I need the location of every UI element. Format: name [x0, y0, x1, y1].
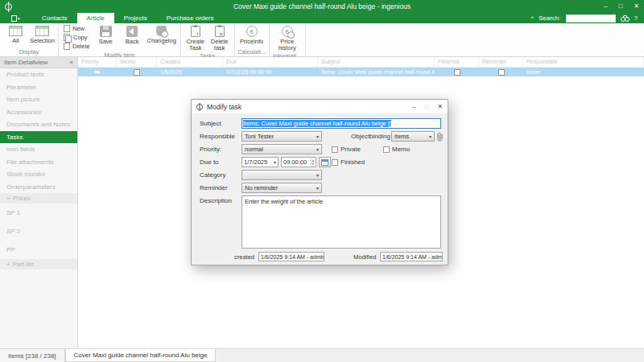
- tab-contacts[interactable]: Contacts: [32, 13, 77, 23]
- delete-icon: [64, 43, 70, 50]
- sidebar: Item Detailview « Product texts Paramete…: [0, 57, 78, 348]
- memo-checkbox-dialog[interactable]: Memo: [383, 146, 410, 153]
- new-icon: [64, 25, 70, 32]
- col-priority[interactable]: Priority: [78, 57, 117, 67]
- close-icon[interactable]: ✕: [634, 0, 639, 13]
- responsible-dropdown[interactable]: Toni Tester ▾: [242, 131, 322, 142]
- sidebar-item-own-fields[interactable]: own fields: [0, 143, 77, 156]
- col-finished[interactable]: Finished: [435, 57, 479, 67]
- ribbon-group-modify-item: New Copy Delete Save Back: [59, 23, 181, 56]
- category-dropdown[interactable]: ▾: [242, 170, 322, 180]
- col-due[interactable]: Due: [223, 57, 318, 67]
- sidebar-item-sp1[interactable]: SP 1: [0, 204, 77, 222]
- finished-checkbox-box: [332, 159, 338, 166]
- sidebar-header: Item Detailview «: [0, 57, 77, 68]
- price-history-button[interactable]: € Price history: [272, 23, 303, 52]
- subject-label: Subject: [200, 120, 221, 127]
- create-task-button[interactable]: + Create Task: [184, 23, 208, 52]
- time-spinner[interactable]: ▴ ▾: [311, 159, 314, 166]
- subject-input[interactable]: Items: Cover Maxi guide channel half-rou…: [242, 118, 441, 129]
- sidebar-group-part-list[interactable]: + Part list: [0, 259, 77, 269]
- binoculars-icon[interactable]: [621, 14, 630, 22]
- menu-tab-row: ▾ Contacts Article Projects Purchase ord…: [0, 13, 644, 23]
- priceinfo-button[interactable]: € Priceinfo: [237, 23, 266, 45]
- sidebar-item-documents-and-notes[interactable]: Documents and Notes: [0, 118, 77, 131]
- status-tab-items[interactable]: Items [238 / 238]: [0, 349, 65, 362]
- memo-checkbox[interactable]: [134, 69, 140, 76]
- col-created[interactable]: Created: [157, 57, 223, 67]
- due-time-field[interactable]: 09:00:00 ▴ ▾: [281, 157, 316, 167]
- dialog-maximize-icon: □: [424, 103, 428, 110]
- ribbon-group-display: All Selection Display: [0, 23, 59, 56]
- help-icon[interactable]: ?: [634, 14, 638, 22]
- sidebar-item-product-texts[interactable]: Product texts: [0, 68, 77, 81]
- priceinfo-icon: €: [246, 26, 258, 37]
- file-menu-icon[interactable]: ▾: [11, 13, 21, 23]
- tab-projects[interactable]: Projects: [114, 13, 157, 23]
- search-input[interactable]: [566, 14, 616, 23]
- col-responsible[interactable]: Responsible: [523, 57, 644, 67]
- sidebar-item-file-attachments[interactable]: File attachments: [0, 156, 77, 169]
- plus-icon: +: [196, 31, 200, 37]
- responsible-value: Toni Tester: [245, 133, 274, 140]
- sidebar-item-accessories[interactable]: Accessories: [0, 106, 77, 119]
- dialog-close-icon[interactable]: ✕: [437, 103, 443, 110]
- changelog-button[interactable]: Changelog: [146, 23, 178, 44]
- calendar-button[interactable]: [319, 157, 331, 167]
- reminder-dropdown[interactable]: No reminder ▾: [242, 183, 322, 193]
- maximize-icon[interactable]: □: [618, 0, 622, 13]
- objectbinding-value: Items: [394, 133, 409, 140]
- delete-task-icon: ✕: [215, 26, 225, 37]
- ribbon-group-calculation: € Priceinfo Calculati...: [235, 23, 270, 56]
- sidebar-item-tasks[interactable]: Tasks: [0, 131, 77, 144]
- paperclip-icon[interactable]: [436, 131, 444, 142]
- status-tab-detail[interactable]: Cover Maxi guide channel half-round Alu …: [65, 349, 217, 362]
- minimize-icon[interactable]: –: [604, 0, 607, 13]
- description-label: Description: [200, 197, 232, 204]
- delete-button[interactable]: Delete: [64, 43, 90, 50]
- col-memo[interactable]: Memo: [117, 57, 157, 67]
- chevron-down-icon: ▾: [314, 185, 319, 191]
- dialog-logo-icon: [196, 104, 203, 110]
- sidebar-item-item-picture[interactable]: Item picture: [0, 93, 77, 106]
- priority-dropdown[interactable]: normal ▾: [242, 144, 322, 154]
- title-bar: Cover Maxi guide channel half-round Alu …: [0, 0, 644, 13]
- dialog-title: Modify task: [207, 103, 242, 111]
- priority-arrow-icon: [94, 70, 101, 75]
- all-button[interactable]: All: [2, 23, 29, 44]
- save-button[interactable]: Save: [93, 23, 119, 45]
- ribbon-group-tasks: + Create Task ✕ Delete task Tasks: [181, 23, 235, 56]
- description-textarea[interactable]: Enter the weight of the article: [242, 195, 441, 249]
- new-button[interactable]: New: [64, 25, 90, 32]
- priority-value: normal: [245, 146, 263, 153]
- priority-label: Priority:: [200, 146, 221, 153]
- memo-cell: [117, 69, 157, 76]
- priority-cell: [78, 70, 117, 75]
- copy-button[interactable]: Copy: [64, 34, 90, 41]
- sidebar-item-orderparameters[interactable]: Orderparameters: [0, 181, 77, 194]
- delete-task-button[interactable]: ✕ Delete task: [208, 23, 232, 52]
- objectbinding-dropdown[interactable]: Items ▾: [391, 131, 435, 142]
- sidebar-header-label: Item Detailview: [4, 59, 47, 66]
- back-button[interactable]: Back: [119, 23, 146, 45]
- sidebar-item-pp[interactable]: PP: [0, 241, 77, 259]
- finished-checkbox[interactable]: [454, 69, 460, 76]
- private-checkbox[interactable]: Private: [332, 146, 361, 153]
- subject-cell: Items: Cover Maxi guide channel half-rou…: [318, 69, 435, 75]
- sidebar-item-parameter[interactable]: Parameter: [0, 81, 77, 94]
- tab-purchase-orders[interactable]: Purchase orders: [157, 13, 224, 23]
- table-row[interactable]: 1/6/2025 1/7/2025 09:00:00 Items: Cover …: [78, 68, 644, 76]
- ribbon-collapse-icon[interactable]: ^: [530, 14, 534, 22]
- due-date-field[interactable]: 1/7/2025 ▾: [242, 157, 279, 167]
- col-reminder[interactable]: Reminder: [479, 57, 523, 67]
- tab-article[interactable]: Article: [77, 13, 114, 23]
- sidebar-item-stock-monitor[interactable]: Stock monitor: [0, 168, 77, 181]
- col-subject[interactable]: Subject: [318, 57, 435, 67]
- sidebar-collapse-icon[interactable]: «: [70, 59, 73, 66]
- finished-checkbox-dialog[interactable]: Finished: [332, 158, 365, 166]
- sidebar-group-prices[interactable]: + Prices: [0, 193, 77, 204]
- reminder-checkbox[interactable]: [498, 69, 505, 76]
- selection-button[interactable]: Selection: [29, 23, 56, 44]
- sidebar-item-sp2[interactable]: SP 2: [0, 222, 77, 241]
- dialog-minimize-icon[interactable]: –: [412, 103, 415, 110]
